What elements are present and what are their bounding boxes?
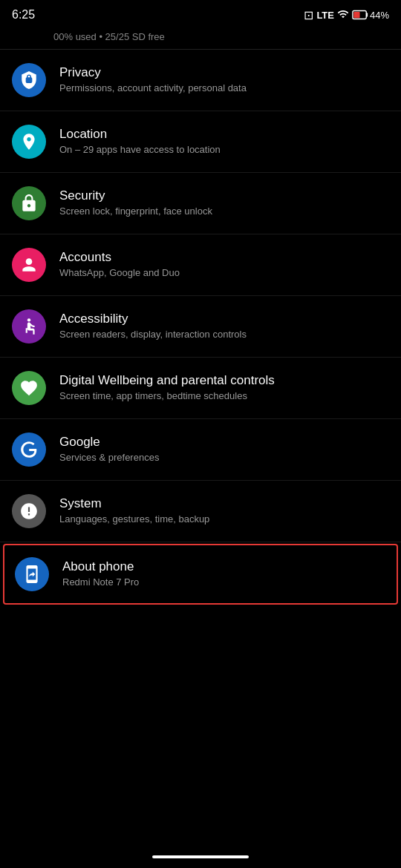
digital-wellbeing-icon (12, 371, 46, 405)
privacy-icon (12, 63, 46, 97)
privacy-title: Privacy (59, 65, 389, 80)
location-icon (12, 125, 46, 159)
digital-wellbeing-subtitle: Screen time, app timers, bedtime schedul… (59, 390, 389, 403)
status-right-icons: ⊡ LTE 44% (304, 8, 389, 22)
top-partial: 00% used • 25/25 SD free (0, 27, 401, 50)
google-icon (12, 433, 46, 467)
google-title: Google (59, 435, 389, 450)
security-title: Security (59, 188, 389, 203)
about-phone-subtitle: Redmi Note 7 Pro (62, 576, 386, 589)
status-time: 6:25 (12, 8, 35, 22)
system-icon (12, 494, 46, 528)
top-partial-text: 00% used • 25/25 SD free (53, 31, 165, 42)
accounts-subtitle: WhatsApp, Google and Duo (59, 267, 389, 280)
about-phone-icon (15, 557, 49, 591)
accessibility-subtitle: Screen readers, display, interaction con… (59, 329, 389, 341)
home-indicator[interactable] (152, 855, 249, 858)
settings-item-security[interactable]: SecurityScreen lock, fingerprint, face u… (0, 173, 401, 234)
about-phone-title: About phone (62, 559, 386, 574)
settings-item-system[interactable]: SystemLanguages, gestures, time, backup (0, 481, 401, 542)
privacy-subtitle: Permissions, account activity, personal … (59, 82, 389, 95)
system-subtitle: Languages, gestures, time, backup (59, 513, 389, 526)
accounts-title: Accounts (59, 250, 389, 265)
accessibility-title: Accessibility (59, 312, 389, 326)
location-subtitle: On – 29 apps have access to location (59, 144, 389, 157)
digital-wellbeing-title: Digital Wellbeing and parental controls (59, 373, 389, 388)
network-type: LTE (316, 10, 334, 21)
status-bar: 6:25 ⊡ LTE 44% (0, 0, 401, 27)
svg-point-3 (27, 318, 30, 321)
settings-item-accessibility[interactable]: AccessibilityScreen readers, display, in… (0, 296, 401, 358)
settings-item-google[interactable]: GoogleServices & preferences (0, 419, 401, 481)
settings-item-digital-wellbeing[interactable]: Digital Wellbeing and parental controlsS… (0, 358, 401, 419)
settings-list: PrivacyPermissions, account activity, pe… (0, 50, 401, 605)
accessibility-icon (12, 309, 46, 343)
settings-item-privacy[interactable]: PrivacyPermissions, account activity, pe… (0, 50, 401, 111)
location-title: Location (59, 127, 389, 142)
battery-icon: 44% (352, 10, 389, 21)
settings-item-location[interactable]: LocationOn – 29 apps have access to loca… (0, 111, 401, 173)
svg-rect-2 (353, 12, 359, 18)
signal-icon (337, 8, 349, 22)
google-subtitle: Services & preferences (59, 452, 389, 464)
svg-rect-1 (366, 13, 368, 17)
system-title: System (59, 496, 389, 511)
settings-item-about-phone[interactable]: About phoneRedmi Note 7 Pro (3, 544, 398, 605)
security-icon (12, 186, 46, 220)
security-subtitle: Screen lock, fingerprint, face unlock (59, 206, 389, 218)
battery-percent: 44% (370, 10, 389, 21)
accounts-icon (12, 248, 46, 282)
settings-item-accounts[interactable]: AccountsWhatsApp, Google and Duo (0, 234, 401, 296)
disney-icon: ⊡ (304, 8, 313, 22)
bottom-bar (0, 846, 401, 868)
